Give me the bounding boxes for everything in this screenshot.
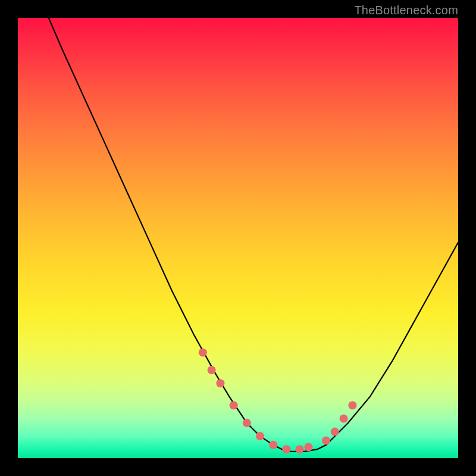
curve-marker-dot [243, 419, 251, 427]
watermark-text: TheBottleneck.com [354, 4, 458, 17]
chart-stage: TheBottleneck.com [0, 0, 476, 476]
bottleneck-curve [49, 18, 458, 452]
curve-marker-dot [282, 445, 290, 453]
curve-marker-dot [256, 432, 264, 440]
chart-svg [18, 18, 458, 458]
curve-marker-dot [216, 379, 224, 387]
curve-marker-dot [322, 436, 330, 444]
curve-marker-dot [296, 445, 304, 453]
curve-marker-dot [348, 401, 356, 409]
curve-marker-dot [208, 366, 216, 374]
curve-marker-dot [269, 441, 277, 449]
curve-marker-dot [331, 428, 339, 436]
curve-marker-dot [230, 401, 238, 409]
plot-area [18, 18, 458, 458]
curve-marker-dot [199, 348, 207, 356]
curve-marker-dot [340, 414, 348, 422]
curve-marker-dot [304, 443, 312, 452]
